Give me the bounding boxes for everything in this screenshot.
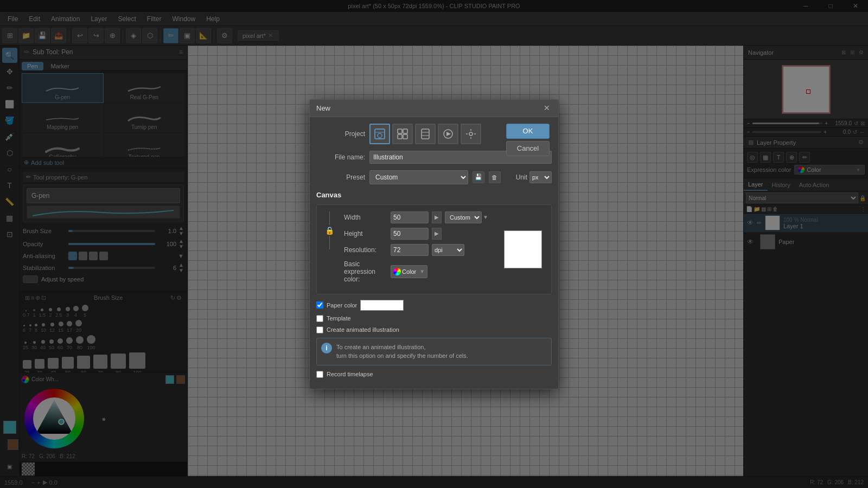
preset-label: Preset (316, 174, 365, 181)
project-label: Project (316, 130, 365, 138)
width-input[interactable] (391, 211, 429, 223)
dialog-titlebar: New ✕ (310, 100, 558, 117)
dialog-main-content: Project (310, 117, 558, 389)
canvas-preview-box (504, 230, 542, 268)
dialog-close-button[interactable]: ✕ (542, 103, 552, 113)
width-label: Width (344, 214, 387, 221)
paper-color-checkbox[interactable] (316, 301, 323, 309)
canvas-preview (501, 211, 545, 287)
resolution-label: Resolution: (344, 246, 387, 254)
preset-select[interactable]: Custom (369, 170, 468, 184)
template-row: Template (316, 315, 552, 322)
unit-row: Unit px mm (516, 171, 552, 183)
ok-button[interactable]: OK (506, 124, 550, 139)
template-label: Template (327, 315, 351, 322)
animated-checkbox[interactable] (316, 326, 323, 333)
svg-point-19 (469, 132, 473, 136)
svg-rect-13 (403, 134, 407, 139)
expression-color-dialog-dropdown[interactable]: Color ▼ (391, 265, 427, 278)
expression-color-dialog-label: Basic expression color: (344, 260, 387, 283)
canvas-section: Canvas 🔒 Width (316, 191, 552, 365)
svg-rect-14 (422, 129, 429, 139)
preset-delete-btn[interactable]: 🗑 (489, 171, 501, 183)
project-animation-btn[interactable] (438, 124, 458, 144)
canvas-label: Canvas (316, 191, 552, 199)
info-line1: To create an animated illustration, (336, 344, 425, 350)
paper-color-swatch[interactable] (360, 300, 404, 311)
animated-row: Create animated illustration (316, 326, 552, 333)
ec-dropdown-arrow: ▼ (419, 268, 425, 274)
project-settings-icon (465, 128, 477, 140)
svg-rect-12 (398, 134, 402, 139)
preset-row: Preset Custom 💾 🗑 Unit px mm (316, 170, 552, 184)
info-text: To create an animated illustration, turn… (336, 343, 468, 361)
res-unit-select[interactable]: dpi ppm (432, 244, 464, 256)
dialog-buttons: OK Cancel (506, 124, 550, 156)
timelapse-row: Record timelapse (316, 371, 552, 378)
animation-icon (442, 128, 454, 140)
project-webtoon-btn[interactable] (415, 124, 436, 144)
resolution-row: Resolution: dpi ppm (344, 244, 496, 256)
svg-rect-10 (398, 129, 402, 133)
project-comic-btn[interactable] (392, 124, 413, 144)
dialog-title: New (316, 104, 330, 112)
template-checkbox[interactable] (316, 315, 323, 322)
timelapse-label: Record timelapse (327, 371, 373, 377)
preset-save-btn[interactable]: 💾 (473, 171, 484, 183)
aspect-lock-btn[interactable]: 🔒 (323, 211, 335, 249)
res-dropdown-container: dpi ppm (432, 244, 464, 256)
unit-label: Unit (516, 174, 527, 181)
new-dialog: New ✕ Project (309, 99, 559, 389)
height-label: Height (344, 230, 387, 237)
aspect-lock: 🔒 (323, 211, 335, 287)
svg-point-9 (378, 133, 382, 138)
illustration-icon (374, 128, 386, 140)
timelapse-checkbox[interactable] (316, 371, 323, 378)
dialog-content: Project (310, 117, 558, 389)
modal-overlay: New ✕ Project (0, 0, 868, 488)
canvas-settings: 🔒 Width ▶ (316, 204, 552, 294)
canvas-settings-left: Width ▶ Custom A4 ▼ (344, 211, 496, 287)
cancel-button[interactable]: Cancel (506, 141, 550, 156)
comic-icon (397, 128, 409, 140)
project-illustration-btn[interactable] (369, 124, 390, 144)
height-row: Height ▶ (344, 228, 496, 240)
width-arrow-btn[interactable]: ▶ (432, 211, 442, 223)
expression-color-dialog-row: Basic expression color: Color ▼ (344, 260, 496, 283)
resolution-input[interactable] (391, 244, 429, 256)
svg-marker-18 (446, 132, 451, 136)
project-icons (369, 124, 481, 144)
project-settings-btn[interactable] (461, 124, 481, 144)
height-arrow-btn[interactable]: ▶ (432, 228, 442, 240)
height-input[interactable] (391, 228, 429, 240)
info-icon: i (321, 343, 332, 354)
width-unit-select[interactable]: Custom A4 (445, 211, 482, 223)
animated-info-box: i To create an animated illustration, tu… (316, 338, 552, 365)
paper-color-row: Paper color (316, 300, 552, 311)
info-line2: turn this option on and specify the numb… (336, 352, 468, 359)
width-custom-dropdown: Custom A4 ▼ (445, 211, 488, 223)
width-dropdown-arrow: ▼ (483, 214, 488, 220)
unit-select[interactable]: px mm (529, 171, 552, 183)
filename-label: File name: (316, 153, 365, 161)
webtoon-icon (419, 128, 431, 140)
paper-color-label: Paper color (327, 302, 357, 309)
width-row: Width ▶ Custom A4 ▼ (344, 211, 496, 223)
animated-label: Create animated illustration (327, 326, 399, 333)
svg-rect-11 (403, 129, 407, 133)
expression-color-dialog-value: Color (402, 268, 416, 275)
